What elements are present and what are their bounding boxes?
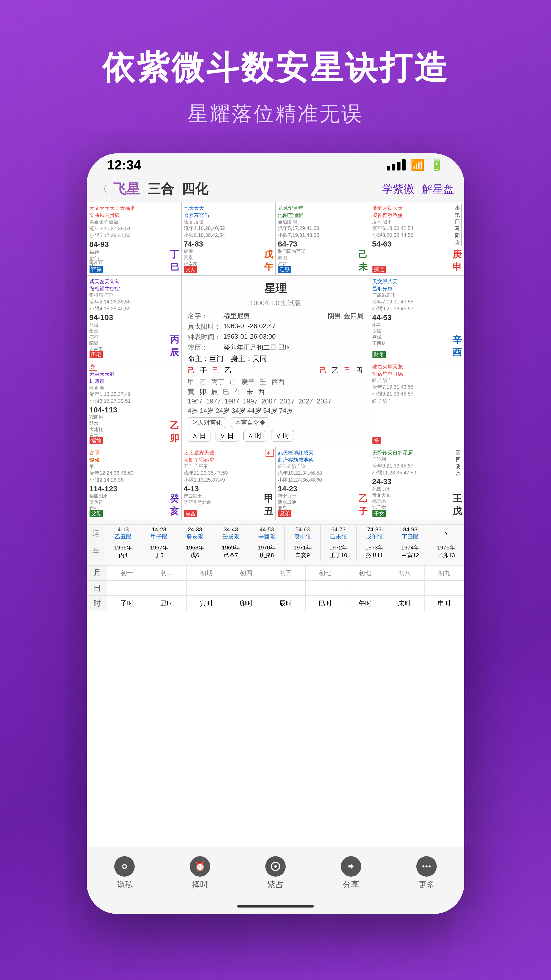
up-hour-btn[interactable]: ∧ 时 <box>243 430 266 442</box>
cell-guanlu: 天文天天天三天福廉梁曲钺马贵破 得庙旺平 破坐 流年3,15,27,39,51小… <box>87 202 181 275</box>
year-5: 1970年庚戌8 <box>249 542 285 561</box>
cell-caibo-range: 44-53 <box>372 313 392 322</box>
hour-table: 时 子时 丑时 寅时 卯时 辰时 巳时 午时 未时 申时 <box>87 596 464 611</box>
learn-link[interactable]: 学紫微 <box>382 182 414 196</box>
more-icon[interactable] <box>416 856 437 877</box>
status-icons: 📶 🔋 <box>387 158 444 172</box>
zizhan-icon[interactable] <box>265 856 286 877</box>
yun-range-9: 84-93丁巳限 <box>392 525 428 542</box>
day-5 <box>266 581 305 596</box>
hour-2[interactable]: 丑时 <box>147 596 186 611</box>
cell-jie-stars: 廉解月劫大天贞神德熬耗使 <box>372 204 462 219</box>
cell-qianyi-pos: 胎四阳南西迁 <box>278 248 368 255</box>
cell-qianyi-range: 64-73 <box>278 240 297 248</box>
hour-9[interactable]: 申时 <box>424 596 464 611</box>
yun-more[interactable]: › <box>428 525 464 542</box>
center-solar-row: 真太阳时： 1963-01-26 02:47 <box>188 322 364 331</box>
solve-link[interactable]: 解星盘 <box>422 182 454 196</box>
tab-zeshi[interactable]: ⏰ 择时 <box>190 856 210 891</box>
nav-title-feixing[interactable]: 飞星 <box>113 180 140 198</box>
hero-title: 依紫微斗数安星诀打造 <box>102 46 449 90</box>
share-icon[interactable] <box>341 856 361 877</box>
year-2: 1967年丁5 <box>141 542 177 561</box>
yun-label: 运 <box>87 525 105 542</box>
bengang-btn[interactable]: 本宫自化◆ <box>231 417 269 428</box>
tab-yinsi[interactable]: 隐私 <box>114 856 135 891</box>
cell-jiaoyou-range: 74-83 <box>184 240 203 248</box>
cell-tianzhai-ganzhi: 丙辰 <box>170 334 179 359</box>
cell-guanlu-badge: 官禄 <box>89 266 103 273</box>
tab-share[interactable]: 分享 <box>341 856 361 891</box>
cell-caibo: 天文恩八天昌刑光虚 庙庙陷庙旺 流年7,19,31,43,55小限9,21,33… <box>370 275 464 361</box>
cell-mingong-state: 不庙 庙平不 <box>184 463 273 469</box>
zeshi-icon[interactable]: ⏰ <box>190 856 210 877</box>
yinsi-icon[interactable] <box>114 856 135 877</box>
down-day-btn[interactable]: ∨ 日 <box>216 430 238 442</box>
cell-fude-ganzhi: 乙卯 <box>170 420 179 445</box>
center-years-row: 1967 1977 1987 1997 2007 2017 2027 2037 <box>188 397 364 405</box>
cell-guanlu-stars: 天文天天天三天福廉梁曲钺马贵破 <box>89 204 179 219</box>
day-section: 日 <box>87 580 464 596</box>
cell-tianzhai-range: 94-103 <box>89 313 113 322</box>
center-panel-subtitle: 10004 1.0 测试版 <box>188 299 364 307</box>
hero-subtitle: 星耀落位精准无误 <box>188 100 363 128</box>
cell-jie-state: 庙不 陷平 <box>372 219 462 225</box>
month-8: 初八 <box>385 566 424 580</box>
tab-bar: 隐私 ⏰ 择时 紫占 分享 <box>87 848 464 899</box>
cell-xiongdi-ganzhi: 乙子 <box>359 493 368 517</box>
cell-jiaoyou: 七天天天喜嘉寿官伤 旺庙 庙陷 流年4,16,28,40,52小限6,18,30… <box>181 202 276 275</box>
cell-guanlu-range: 84-93 <box>89 240 109 248</box>
hour-4[interactable]: 卯时 <box>226 596 266 611</box>
month-5: 初五 <box>266 566 305 580</box>
hour-1[interactable]: 子时 <box>107 596 147 611</box>
svg-point-4 <box>422 865 424 867</box>
year-7: 1972年壬子10 <box>321 542 357 561</box>
cell-caibo-flow: 流年7,19,31,43,55小限9,21,33,45,57 <box>372 298 462 312</box>
nav-title-sanhe[interactable]: 三合 <box>148 180 174 198</box>
cell-fude-pos: 冠四桃阴水大建耗东福 <box>89 414 179 439</box>
year-3: 1968年戊6 <box>177 542 213 561</box>
cell-zinv: 因四阴水 天陀铃天日罗星厨 庙陷利 流年9,21,33,45,57小限11,23… <box>370 447 464 520</box>
cell-qianyi-state: 庙陷陷 得 <box>278 219 368 225</box>
cell-jiaoyou-stars: 七天天天喜嘉寿官伤 <box>184 204 273 219</box>
tab-more[interactable]: 更多 <box>416 856 437 891</box>
hour-6[interactable]: 巳时 <box>306 596 345 611</box>
cell-fumu-range: 114-123 <box>89 484 118 493</box>
cell-zinv-corner: 因四阴水 <box>454 449 462 477</box>
cell-po-stars: 破右火地天龙军宿星空月德 <box>372 363 462 377</box>
hour-7[interactable]: 午时 <box>345 596 385 611</box>
hour-8[interactable]: 未时 <box>385 596 424 611</box>
cell-xiongdi-flow: 流年10,22,34,46,58小限12,24,36,48,60 <box>278 469 368 484</box>
day-2 <box>147 581 186 596</box>
wifi-icon: 📶 <box>411 158 425 172</box>
year-4: 1969年己酉7 <box>213 542 249 561</box>
hua-btn[interactable]: 化人对宫化 <box>188 417 226 428</box>
up-day-btn[interactable]: ∧ 日 <box>188 430 210 442</box>
cell-fumu-badge: 父母 <box>89 510 103 517</box>
cell-fude-flow: 流年1,13,25,37,49小限3,15,27,39,51 <box>89 391 179 404</box>
center-btns-row[interactable]: 化人对宫化 本宫自化◆ <box>188 417 364 428</box>
svg-point-3 <box>274 865 277 868</box>
day-9 <box>424 581 464 596</box>
cell-fude-badge: 福德 <box>89 437 103 444</box>
hour-3[interactable]: 寅时 <box>186 596 226 611</box>
cell-caibo-stars: 天文恩八天昌刑光虚 <box>372 278 462 292</box>
down-hour-btn[interactable]: ∨ 时 <box>271 430 294 442</box>
year-1: 1966年丙4 <box>105 542 141 561</box>
cell-caibo-ganzhi: 辛酉 <box>453 334 462 359</box>
cell-mingong-marker: 科 <box>265 449 274 457</box>
center-mingzhu-row: 命主：巨门 身主：天同 <box>188 354 364 364</box>
cell-jie-ganzhi: 庚申 <box>453 248 462 273</box>
month-6: 初七 <box>306 566 345 580</box>
nav-title-sihua[interactable]: 四化 <box>182 180 208 198</box>
center-time-btns[interactable]: ∧ 日 ∨ 日 ∧ 时 ∨ 时 <box>188 430 364 442</box>
cell-mingong-ganzhi: 甲丑 <box>264 493 273 517</box>
month-table: 月 初一 初二 初期 初四 初五 初七 初七 初八 初九 <box>87 565 464 580</box>
cell-mingong-badge: 命宫 <box>184 510 197 517</box>
hour-label: 时 <box>87 596 107 611</box>
cell-qianyi-badge: 迁移 <box>278 266 291 273</box>
tab-zizhan[interactable]: 紫占 <box>265 856 286 891</box>
back-button[interactable]: 〈 <box>97 181 108 197</box>
hour-5[interactable]: 辰时 <box>266 596 305 611</box>
cell-jie-badge: 疾厄 <box>372 266 386 273</box>
